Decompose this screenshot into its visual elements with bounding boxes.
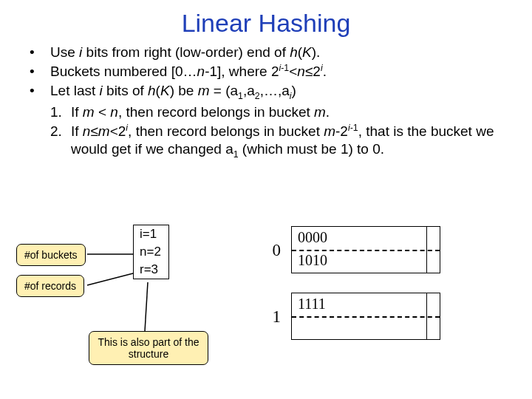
callout-records: #of records <box>16 275 84 297</box>
bullet-2: Buckets numbered [0…n-1], where 2i-1<n≤2… <box>50 63 511 81</box>
num-mark: 1. <box>50 103 71 121</box>
bucket-1: 1111 <box>291 293 440 340</box>
diagram-area: i=1 n=2 r=3 #of buckets #of records This… <box>0 222 532 399</box>
bullet-mark: • <box>30 44 50 61</box>
overflow-block <box>426 226 440 273</box>
bucket-0: 0000 1010 <box>291 226 440 273</box>
bullet-3: Let last i bits of h(K) be m = (a1,a2,…,… <box>50 82 511 102</box>
callout-buckets: #of buckets <box>16 244 86 266</box>
svg-line-2 <box>145 282 148 331</box>
param-i: i=1 <box>134 225 168 243</box>
record-1010: 1010 <box>298 252 327 269</box>
bucket-index-1: 1 <box>266 307 281 327</box>
bullet-mark: • <box>30 82 50 102</box>
bucket-index-0: 0 <box>266 241 281 260</box>
num-item-2: If n≤m<2i, then record belongs in bucket… <box>71 123 511 160</box>
param-n: n=2 <box>134 243 168 261</box>
num-mark: 2. <box>50 123 71 160</box>
record-1111: 1111 <box>298 296 326 313</box>
bullet-mark: • <box>30 63 50 81</box>
overflow-block <box>426 293 440 340</box>
param-r: r=3 <box>134 261 168 279</box>
callout-structure: This is also part of the structure <box>89 331 208 365</box>
record-0000: 0000 <box>298 229 327 246</box>
content-body: • Use i bits from right (low-order) end … <box>0 44 532 160</box>
params-box: i=1 n=2 r=3 <box>133 225 169 279</box>
page-title: Linear Hashing <box>0 9 532 38</box>
bullet-1: Use i bits from right (low-order) end of… <box>50 44 511 61</box>
svg-line-1 <box>87 273 133 285</box>
num-item-1: If m < n, then record belongs in bucket … <box>71 103 511 121</box>
